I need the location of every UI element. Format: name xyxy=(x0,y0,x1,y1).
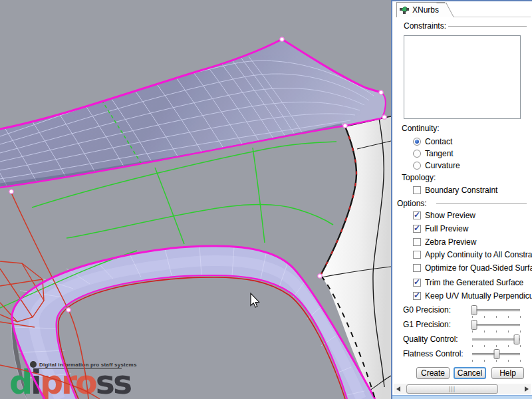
checkbox-icon[interactable] xyxy=(413,251,421,259)
radio-tangent[interactable]: Tangent xyxy=(413,149,454,158)
slider-track[interactable] xyxy=(472,334,520,347)
constraints-label: Constraints: xyxy=(404,21,446,31)
checkbox-label: Zebra Preview xyxy=(425,237,476,247)
checkbox-show-preview[interactable]: Show Preview xyxy=(413,211,475,220)
checkbox-icon[interactable] xyxy=(413,186,421,194)
topology-label: Topology: xyxy=(402,173,436,182)
slider-thumb[interactable] xyxy=(513,334,519,344)
checkbox-keep-uv-perpendicular[interactable]: Keep U/V Mutually Perpendicular xyxy=(413,291,532,301)
slider-label: G0 Precision: xyxy=(403,305,451,315)
radio-contact[interactable]: Contact xyxy=(413,137,452,146)
checkbox-label: Optimize for Quad-Sided Surfaces xyxy=(425,263,532,273)
checkbox-icon[interactable] xyxy=(413,292,421,300)
slider-track[interactable] xyxy=(472,319,520,332)
slider-flatness-control: Flatness Control: xyxy=(392,348,532,363)
checkbox-trim-generated-surface[interactable]: Trim the Generated Surface xyxy=(413,278,523,287)
scroll-right-arrow-icon[interactable] xyxy=(522,384,531,394)
scroll-left-arrow-icon[interactable] xyxy=(394,384,402,394)
checkbox-apply-continuity-all[interactable]: Apply Continuity to All Constraints xyxy=(413,250,532,259)
options-separator xyxy=(436,203,527,204)
help-button[interactable]: Help xyxy=(491,367,524,379)
tab-label: XNurbs xyxy=(412,5,439,15)
constraints-listbox[interactable] xyxy=(404,35,521,119)
radio-label: Curvature xyxy=(425,161,460,170)
checkbox-icon[interactable] xyxy=(413,264,421,272)
create-button[interactable]: Create xyxy=(416,367,450,379)
xnurbs-panel: XNurbs Constraints: Continuity: Contact … xyxy=(391,0,532,399)
checkbox-zebra-preview[interactable]: Zebra Preview xyxy=(413,237,476,247)
slider-quality-control: Quality Control: xyxy=(392,334,532,348)
slider-g1-precision: G1 Precision: xyxy=(392,319,532,334)
slider-g0-precision: G0 Precision: xyxy=(392,305,532,319)
slider-track[interactable] xyxy=(472,348,520,362)
slider-label: Flatness Control: xyxy=(403,349,464,358)
checkbox-label: Trim the Generated Surface xyxy=(425,278,523,287)
slider-label: G1 Precision: xyxy=(403,320,451,329)
checkbox-label: Show Preview xyxy=(425,211,475,220)
checkbox-icon[interactable] xyxy=(413,225,421,233)
checkbox-label: Full Preview xyxy=(425,224,468,233)
tab-divider xyxy=(444,17,531,17)
slider-label: Quality Control: xyxy=(403,334,458,344)
checkbox-label: Keep U/V Mutually Perpendicular xyxy=(425,291,532,301)
application-window: Digital information pro staff systems di… xyxy=(0,0,532,399)
checkbox-icon[interactable] xyxy=(413,279,421,287)
radio-icon[interactable] xyxy=(413,138,421,146)
radio-label: Contact xyxy=(425,137,452,146)
checkbox-optimize-quad-sided[interactable]: Optimize for Quad-Sided Surfaces xyxy=(413,263,532,273)
slider-thumb[interactable] xyxy=(471,320,477,330)
scrollbar-thumb[interactable]: ||| xyxy=(406,384,498,394)
horizontal-scrollbar[interactable]: ||| xyxy=(394,384,531,394)
checkbox-boundary-constraint[interactable]: Boundary Constraint xyxy=(413,186,497,195)
viewport-3d[interactable]: Digital information pro staff systems di… xyxy=(0,0,391,399)
radio-icon[interactable] xyxy=(413,150,421,158)
checkbox-icon[interactable] xyxy=(413,211,421,219)
checkbox-label: Apply Continuity to All Constraints xyxy=(425,250,532,259)
checkbox-icon[interactable] xyxy=(413,238,421,246)
radio-curvature[interactable]: Curvature xyxy=(413,161,460,170)
slider-track[interactable] xyxy=(472,305,520,318)
options-label: Options: xyxy=(397,199,427,208)
continuity-label: Continuity: xyxy=(402,124,440,133)
radio-label: Tangent xyxy=(425,149,454,158)
radio-icon[interactable] xyxy=(413,162,421,170)
tab-xnurbs[interactable]: XNurbs xyxy=(396,2,445,17)
checkbox-full-preview[interactable]: Full Preview xyxy=(413,224,468,233)
surface-patch-icon xyxy=(400,6,410,15)
panel-bottom-strip xyxy=(392,395,532,399)
slider-thumb[interactable] xyxy=(494,349,500,359)
cancel-button[interactable]: Cancel xyxy=(454,367,486,379)
constraints-separator xyxy=(448,26,527,27)
checkbox-label: Boundary Constraint xyxy=(425,186,497,195)
slider-thumb[interactable] xyxy=(471,305,477,315)
